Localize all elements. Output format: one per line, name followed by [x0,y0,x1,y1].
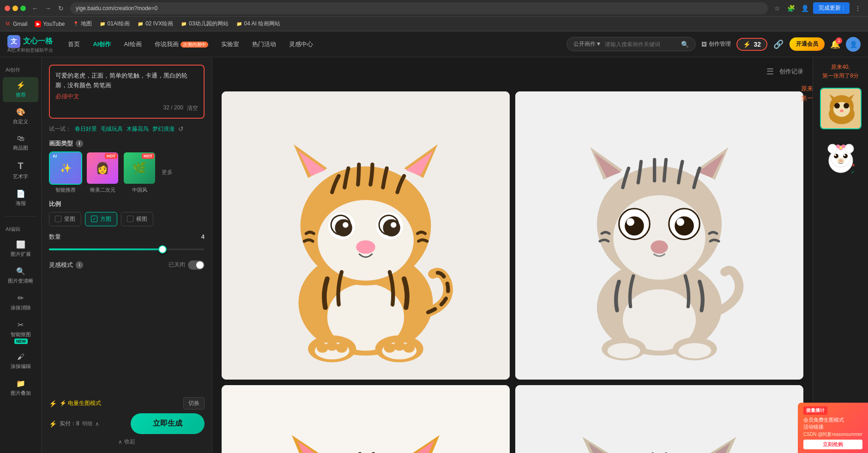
star-btn[interactable]: ☆ [772,3,783,14]
close-btn[interactable] [5,6,10,11]
image-card-1[interactable] [222,91,510,380]
history-btn[interactable]: 创作记录 [779,67,803,76]
bookmark-03[interactable]: 📁 03幼儿园的网站 [181,20,228,28]
nav-ai-paint[interactable]: AI绘画 [118,37,147,51]
bookmark-04ai-label: 04 AI 绘画网站 [244,20,281,28]
notif-btn[interactable]: 🔔 1 [830,39,840,49]
bookmark-02ivx[interactable]: 📁 02 IVX绘画 [137,20,173,28]
back-btn[interactable]: ← [30,3,41,14]
refresh-btn[interactable]: ↻ [55,3,66,14]
menu-btn[interactable]: ⋮ [852,3,863,14]
manage-icon: 🖼 [701,41,707,48]
nav-home[interactable]: 首页 [62,37,85,51]
more-styles-btn[interactable]: 更多 [162,169,173,176]
list-view-btn[interactable]: ☰ [766,66,774,77]
ratio-square[interactable]: 方图 [85,212,117,226]
clear-btn[interactable]: 清空 [187,104,198,112]
sidebar-item-art-text[interactable]: T 艺术字 [3,157,38,184]
count-slider-thumb[interactable] [158,245,167,254]
generate-btn[interactable]: 立即生成 [131,413,205,434]
minimize-btn[interactable] [12,6,18,11]
bookmark-youtube[interactable]: ▶ YouTube [35,21,65,27]
try-tag-2[interactable]: 毛绒玩具 [101,125,123,133]
svg-point-23 [326,341,338,351]
count-label: 数量 [49,233,61,241]
image-card-2[interactable] [515,91,803,380]
search-dropdown[interactable]: 公开画作▼ [573,40,601,48]
nav-activity[interactable]: 热门活动 [247,37,282,51]
history-thumb-1[interactable] [820,88,862,129]
detail-expand-icon[interactable]: ∧ [95,421,99,427]
try-tag-4[interactable]: 梦幻浪漫 [152,125,175,133]
inspire-info-icon[interactable]: i [76,261,83,269]
ratio-portrait[interactable]: 竖图 [49,212,81,226]
link-icon[interactable]: 🔗 [773,39,784,50]
avatar-btn[interactable]: 👤 [846,37,861,52]
folder-icon-2: 📁 [137,21,144,27]
nav-lab[interactable]: 实验室 [216,37,245,51]
style-info-icon[interactable]: i [76,140,83,147]
sidebar-item-erase[interactable]: ✏ 涂抹消除 [3,290,38,315]
profile-btn[interactable]: 👤 [799,3,810,14]
ad-banner[interactable]: 接量播计 会员免费生图模式 活动链接 CSDN @阿夏reasonsummer … [798,403,868,453]
try-tag-1[interactable]: 春日好景 [75,125,97,133]
svg-text:+: + [852,162,855,169]
bookmark-map[interactable]: 📍 地图 [72,20,92,28]
detail-btn[interactable]: 明细 [82,420,92,427]
inspire-toggle[interactable] [188,260,205,270]
nav-ai-create[interactable]: AI创作 [87,37,116,51]
member-btn[interactable]: 开通会员 [790,37,825,51]
collapse-label: 收起 [124,438,135,446]
style-img-recommend: ✨ AI [49,151,82,185]
collapse-row[interactable]: ∧ 收起 [49,438,205,446]
forward-btn[interactable]: → [42,3,54,14]
sidebar-item-overlay[interactable]: 📁 图片叠加 [3,375,38,400]
search-icon[interactable]: 🔍 [681,41,689,48]
prompt-box[interactable]: 可爱的老虎，正面，简单的笔触，卡通，黑白的轮廓，没有颜色 简笔画 必须中文 32… [49,65,205,119]
inspire-label: 灵感模式 [49,261,73,269]
sidebar-item-paint-edit[interactable]: 🖌 涂抹编辑 [3,349,38,374]
extensions-btn[interactable]: 🧩 [785,3,796,14]
sharpen-icon: 🔍 [16,267,25,276]
search-box[interactable]: 公开画作▼ 🔍 [567,37,696,51]
sidebar-expand-label: 图片扩展 [11,251,31,258]
sidebar-item-custom[interactable]: 🎨 自定义 [3,104,38,129]
refresh-icon[interactable]: ↺ [178,125,184,133]
switch-btn[interactable]: 切换 [183,397,205,410]
style-card-anime[interactable]: 👩 HOT 唯美二次元 [86,151,119,193]
svg-point-119 [828,144,837,153]
sidebar-item-cutout[interactable]: ✂ 智能抠图NEW [3,317,38,347]
nav-inspire[interactable]: 灵感中心 [283,37,319,51]
maximize-btn[interactable] [20,6,26,11]
points-box[interactable]: ⚡ 32 [736,38,767,51]
content-area: 可爱的老虎，正面，简单的笔触，卡通，黑白的轮廓，没有颜色 简笔画 必须中文 32… [42,57,868,453]
sidebar-item-sharpen[interactable]: 🔍 图片变清晰 [3,263,38,288]
sidebar-item-expand[interactable]: ⬜ 图片扩展 [3,236,38,261]
sidebar-paint-edit-label: 涂抹编辑 [11,363,31,370]
sidebar-divider-1 [6,216,36,217]
try-tag-3[interactable]: 木藤花鸟 [127,125,149,133]
manage-btn[interactable]: 🖼 创作管理 [701,40,731,48]
address-bar[interactable]: yige.baidu.com/creation?mode=0 [70,2,768,14]
style-card-recommend[interactable]: ✨ AI 智能推荐 [49,151,82,193]
image-card-3[interactable] [222,385,510,453]
sidebar-item-poster[interactable]: 📄 海报 [3,186,38,211]
sidebar-overlay-label: 图片叠加 [11,390,31,397]
sidebar-item-product[interactable]: 🛍 商品图 [3,131,38,155]
count-val: 4 [201,233,205,240]
ad-badge: 接量播计 [803,406,827,415]
complete-update-btn[interactable]: 完成更新 : [813,2,850,14]
search-input[interactable] [605,41,677,48]
bookmark-gmail-label: Gmail [13,21,27,27]
ratio-landscape[interactable]: 横图 [121,212,153,226]
sidebar-item-recommend[interactable]: ⚡ 推荐 [3,77,38,102]
nav-you-say[interactable]: 你说我画次测内测中 [149,37,214,51]
bookmark-gmail[interactable]: M Gmail [5,21,27,27]
bookmark-01ai[interactable]: 📁 01AI绘画 [99,20,130,28]
image-card-4[interactable] [515,385,803,453]
style-name-recommend: 智能推荐 [55,187,76,193]
style-card-chinese[interactable]: 🌿 HOT 中国风 [123,151,156,193]
bookmark-04ai[interactable]: 📁 04 AI 绘画网站 [236,20,281,28]
power-mode-text: ⚡ 电量生图模式 [60,399,101,407]
ad-cta[interactable]: 立刻抢购 [803,440,862,449]
